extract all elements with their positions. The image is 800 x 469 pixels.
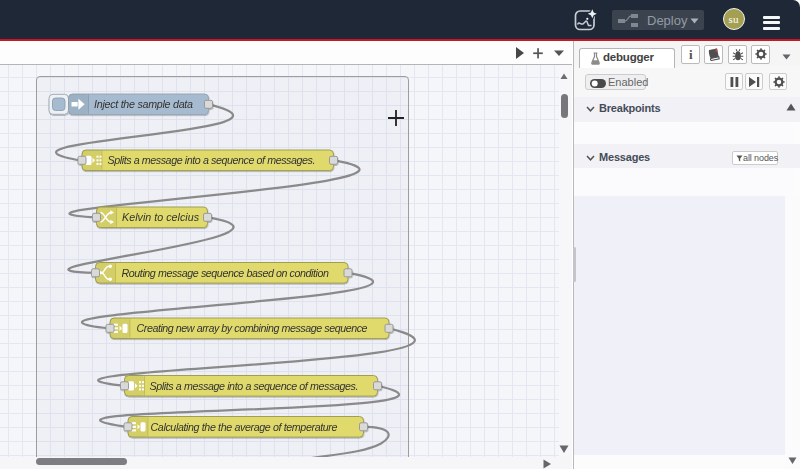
svg-text:Kelvin to celcius: Kelvin to celcius [122,211,200,223]
svg-text:Splits a message into a sequen: Splits a message into a sequence of mess… [150,380,359,392]
svg-text:Splits a message into a sequen: Splits a message into a sequence of mess… [108,154,316,166]
svg-text:Routing message sequence based: Routing message sequence based on condit… [122,267,330,279]
svg-text:Calculating the the average of: Calculating the the average of temperatu… [151,421,338,433]
svg-text:Inject the sample data: Inject the sample data [94,98,193,110]
svg-text:Creating new array by combinin: Creating new array by combining message … [137,322,368,334]
